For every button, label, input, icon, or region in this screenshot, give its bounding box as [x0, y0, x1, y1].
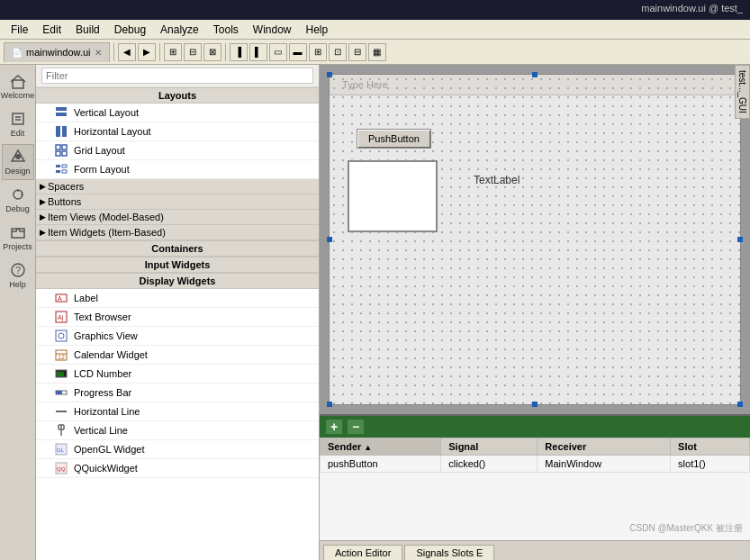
col-sender[interactable]: Sender ▲	[321, 438, 441, 456]
file-tab[interactable]: 📄 mainwindow.ui ✕	[4, 42, 110, 62]
right-panel-tab[interactable]: test..._GUI	[735, 65, 750, 119]
tab-close-icon[interactable]: ✕	[95, 48, 102, 58]
menu-debug[interactable]: Debug	[107, 22, 153, 38]
svg-rect-13	[56, 113, 67, 116]
category-buttons[interactable]: ▶ Buttons	[36, 194, 319, 210]
design-icon	[10, 149, 26, 165]
form-layout-icon	[54, 162, 68, 176]
watermark: CSDN @MasterQKK 被注册	[629, 522, 743, 535]
toolbar-separator-2	[159, 43, 160, 61]
buttons-arrow: ▶	[40, 197, 46, 206]
menu-file[interactable]: File	[4, 22, 35, 38]
sidebar-item-edit[interactable]: Edit	[2, 106, 34, 142]
toolbar-btn-3[interactable]: ⊞	[164, 43, 182, 61]
opengl-icon: GL	[54, 442, 68, 456]
title-text: mainwindow.ui @ test_	[641, 3, 743, 14]
widget-horizontal-layout[interactable]: Horizontal Layout	[36, 122, 319, 141]
col-signal[interactable]: Signal	[441, 438, 538, 456]
bottom-tabs: Action Editor Signals Slots E	[320, 540, 750, 560]
menu-edit[interactable]: Edit	[35, 22, 68, 38]
menu-bar: File Edit Build Debug Analyze Tools Wind…	[0, 20, 750, 40]
toolbar-btn-12[interactable]: ⊟	[348, 43, 366, 61]
title-bar: mainwindow.ui @ test_	[0, 0, 750, 20]
item-widgets-arrow: ▶	[40, 228, 46, 237]
tab-signals-slots[interactable]: Signals Slots E	[404, 545, 494, 560]
toolbar-btn-8[interactable]: ▭	[269, 43, 287, 61]
filter-input[interactable]	[41, 68, 313, 84]
widget-graphics-view[interactable]: Graphics View	[36, 327, 319, 346]
svg-rect-18	[56, 151, 60, 156]
toolbar-btn-4[interactable]: ⊟	[184, 43, 202, 61]
widget-form-layout[interactable]: Form Layout	[36, 160, 319, 179]
toolbar-btn-5[interactable]: ⊠	[203, 43, 221, 61]
menu-window[interactable]: Window	[246, 22, 299, 38]
sidebar-item-help[interactable]: ? Help	[2, 257, 34, 294]
add-signal-button[interactable]: +	[325, 419, 343, 435]
svg-rect-17	[62, 145, 67, 149]
svg-rect-0	[13, 80, 23, 88]
horizontal-layout-icon	[54, 124, 68, 139]
toolbar-btn-1[interactable]: ◀	[118, 43, 136, 61]
canvas-pushbutton[interactable]: PushButton	[357, 129, 431, 149]
widget-vertical-line[interactable]: Vertical Line	[36, 421, 319, 440]
widget-tree: Layouts Vertical Layout Horizontal Layou…	[36, 87, 319, 560]
sidebar-item-welcome[interactable]: Welcome	[2, 68, 34, 104]
tab-action-editor[interactable]: Action Editor	[323, 545, 402, 560]
category-item-widgets[interactable]: ▶ Item Widgets (Item-Based)	[36, 225, 319, 240]
toolbar-btn-10[interactable]: ⊞	[309, 43, 327, 61]
canvas-textlabel[interactable]: TextLabel	[474, 174, 520, 186]
col-receiver[interactable]: Receiver	[538, 438, 671, 456]
remove-signal-button[interactable]: −	[347, 419, 365, 435]
svg-rect-12	[56, 107, 67, 111]
sidebar-item-debug[interactable]: Debug	[2, 182, 34, 218]
signal-row[interactable]: pushButton clicked() MainWindow slot1()	[321, 456, 750, 473]
category-display-widgets: Display Widgets	[36, 273, 319, 289]
hline-icon	[54, 404, 68, 419]
widget-label[interactable]: A Label	[36, 289, 319, 308]
widget-progress-bar[interactable]: Progress Bar	[36, 384, 319, 402]
menu-analyze[interactable]: Analyze	[153, 22, 206, 38]
toolbar-btn-7[interactable]: ▌	[249, 43, 267, 61]
widget-horizontal-line[interactable]: Horizontal Line	[36, 402, 319, 421]
grid-layout-icon	[54, 143, 68, 158]
svg-text:GL: GL	[57, 447, 65, 453]
text-browser-icon: A|	[54, 310, 68, 324]
design-canvas[interactable]: Type Here PushButton TextLabel	[329, 74, 741, 405]
widget-calendar[interactable]: 12 Calendar Widget	[36, 346, 319, 365]
widget-vertical-layout[interactable]: Vertical Layout	[36, 104, 319, 122]
svg-rect-16	[56, 145, 60, 149]
toolbar-btn-9[interactable]: ▬	[289, 43, 307, 61]
graphics-view-icon	[54, 329, 68, 343]
sidebar-item-projects[interactable]: Projects	[2, 220, 34, 256]
filter-bar	[36, 65, 319, 87]
toolbar: 📄 mainwindow.ui ✕ ◀ ▶ ⊞ ⊟ ⊠ ▐ ▌ ▭ ▬ ⊞ ⊡ …	[0, 40, 750, 65]
svg-rect-36	[56, 391, 62, 394]
col-slot[interactable]: Slot	[671, 438, 750, 456]
category-spacers[interactable]: ▶ Spacers	[36, 179, 319, 194]
canvas-frame[interactable]	[348, 160, 438, 232]
svg-rect-19	[62, 151, 67, 156]
canvas-grid	[330, 75, 740, 404]
toolbar-btn-11[interactable]: ⊡	[329, 43, 347, 61]
svg-text:?: ?	[15, 265, 21, 275]
toolbar-btn-13[interactable]: ▦	[368, 43, 386, 61]
debug-icon	[10, 186, 26, 203]
toolbar-btn-6[interactable]: ▐	[230, 43, 248, 61]
svg-rect-20	[56, 165, 60, 167]
widget-opengl[interactable]: GL OpenGL Widget	[36, 440, 319, 459]
vertical-layout-icon	[54, 105, 68, 120]
widget-qquick[interactable]: QQ QQuickWidget	[36, 459, 319, 478]
help-icon: ?	[10, 262, 26, 278]
cell-signal: clicked()	[441, 456, 538, 473]
widget-grid-layout[interactable]: Grid Layout	[36, 141, 319, 160]
menu-help[interactable]: Help	[299, 22, 336, 38]
signals-area: + − Sender ▲ Signal Receiver	[320, 414, 750, 540]
widget-lcd-number[interactable]: 88 LCD Number	[36, 365, 319, 384]
handle-tc	[532, 72, 538, 77]
toolbar-btn-2[interactable]: ▶	[138, 43, 156, 61]
sidebar-item-design[interactable]: Design	[2, 144, 34, 180]
menu-tools[interactable]: Tools	[206, 22, 246, 38]
widget-text-browser[interactable]: A| Text Browser	[36, 308, 319, 327]
category-item-views[interactable]: ▶ Item Views (Model-Based)	[36, 210, 319, 225]
menu-build[interactable]: Build	[68, 22, 107, 38]
